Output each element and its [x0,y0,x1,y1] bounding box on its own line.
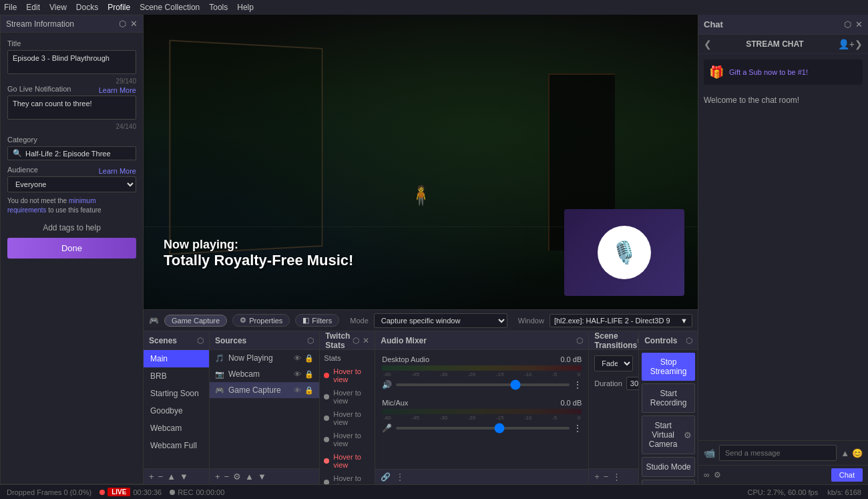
transition-select[interactable]: Fade [594,355,633,371]
menu-profile[interactable]: Profile [107,3,130,12]
chat-gear-icon[interactable]: ⚙ [714,470,721,480]
transitions-options-icon[interactable]: ⋮ [612,472,621,482]
chat-message-input[interactable] [719,445,837,461]
window-dropdown-icon[interactable]: ▼ [680,317,688,325]
stat-row-2[interactable]: Hover to view [324,407,371,429]
settings-button[interactable]: Settings [642,480,695,484]
twitch-stats-pop-out-icon[interactable]: ⬡ [353,336,359,345]
scenes-pop-out-icon[interactable]: ⬡ [197,336,204,345]
done-button[interactable]: Done [7,238,136,259]
menu-scene-collection[interactable]: Scene Collection [140,3,200,12]
mode-select[interactable]: Capture specific window [374,313,507,328]
mic-mute-icon[interactable]: 🎤 [382,424,392,433]
start-recording-button[interactable]: Start Recording [642,383,695,413]
virtual-cam-gear-icon[interactable]: ⚙ [684,430,692,440]
scenes-remove-icon[interactable]: − [158,472,164,482]
transitions-add-icon[interactable]: + [594,472,600,482]
studio-mode-button[interactable]: Studio Mode [642,457,695,477]
stop-streaming-button[interactable]: Stop Streaming [642,353,695,381]
now-playing-label: Now playing: [164,238,353,252]
chat-pop-out-icon[interactable]: ⬡ [844,19,851,29]
audio-channel-desktop: Desktop Audio 0.0 dB -60-45-30-20-15-10-… [378,353,586,392]
sources-up-icon[interactable]: ▲ [245,472,254,482]
scenes-add-icon[interactable]: + [149,472,154,482]
audio-options-icon[interactable]: ⋮ [396,472,404,482]
source-eye-icon-0[interactable]: 👁 [294,354,301,363]
filters-pill[interactable]: ◧ Filters [295,314,339,327]
source-name-game-capture: Game Capture [228,385,290,395]
menu-help[interactable]: Help [237,3,254,12]
category-input[interactable] [25,150,131,158]
title-input[interactable] [7,50,136,74]
audio-mixer-pop-out-icon[interactable]: ⬡ [576,336,583,345]
menu-file[interactable]: File [4,3,17,12]
go-live-learn-more[interactable]: Learn More [99,86,136,94]
menu-tools[interactable]: Tools [209,3,228,12]
audio-add-icon[interactable]: 🔗 [381,472,391,482]
stat-text-4: Hover to view [333,453,371,469]
menu-view[interactable]: View [49,3,67,12]
sources-settings-icon[interactable]: ⚙ [233,472,241,482]
start-virtual-camera-button[interactable]: Start Virtual Camera ⚙ [642,415,695,454]
source-lock-icon-0[interactable]: 🔒 [304,354,314,363]
stat-row-4[interactable]: Hover to view [324,450,371,472]
sources-remove-icon[interactable]: − [224,472,230,482]
stat-row-3[interactable]: Hover to view [324,429,371,450]
scene-item-starting-soon[interactable]: Starting Soon [144,385,209,402]
category-label: Category [7,136,136,144]
properties-pill[interactable]: ⚙ Properties [232,314,290,327]
desktop-volume-slider[interactable] [396,383,570,386]
scenes-up-icon[interactable]: ▲ [167,472,176,482]
sources-pop-out-icon[interactable]: ⬡ [307,336,314,345]
audience-select[interactable]: Everyone [7,176,136,192]
go-live-input[interactable] [7,96,136,120]
scene-item-main[interactable]: Main [144,350,209,367]
twitch-stats-close-icon[interactable]: ✕ [363,336,369,345]
source-row-webcam[interactable]: 📷 Webcam 👁 🔒 [210,366,319,382]
source-eye-icon-2[interactable]: 👁 [294,386,301,395]
sources-panel: Sources ⬡ 🎵 Now Playing 👁 🔒 [210,331,320,484]
transitions-remove-icon[interactable]: − [604,472,609,482]
chat-emoji-icon[interactable]: 😊 [852,448,863,458]
minimum-req-link[interactable]: minimum requirements [7,197,96,214]
sources-down-icon[interactable]: ▼ [258,472,266,482]
desktop-audio-options-icon[interactable]: ⋮ [574,380,582,389]
desktop-mute-icon[interactable]: 🔊 [382,380,392,389]
menu-edit[interactable]: Edit [26,3,40,12]
menu-docks[interactable]: Docks [76,3,98,12]
sources-add-icon[interactable]: + [215,472,220,482]
source-row-game-capture[interactable]: 🎮 Game Capture 👁 🔒 [210,382,319,398]
scene-item-goodbye[interactable]: Goodbye [144,402,209,420]
mic-aux-meter [382,409,582,414]
scene-item-brb[interactable]: BRB [144,367,209,385]
audience-learn-more[interactable]: Learn More [99,167,136,175]
scenes-down-icon[interactable]: ▼ [180,472,188,482]
source-lock-icon-1[interactable]: 🔒 [304,370,314,379]
stat-row-1[interactable]: Hover to view [324,386,371,407]
chat-next-icon[interactable]: ❯ [855,39,863,49]
controls-pop-out-icon[interactable]: ⬡ [686,336,692,345]
chat-send-button[interactable]: Chat [831,468,863,482]
source-eye-icon-1[interactable]: 👁 [294,370,301,379]
chat-prev-icon[interactable]: ❮ [704,39,712,49]
game-capture-pill[interactable]: Game Capture [164,315,227,327]
chat-settings-icon[interactable]: ∞ [704,470,710,480]
stream-info-pop-out-icon[interactable]: ⬡ [119,19,126,29]
stat-row-5[interactable]: Hover to view [324,472,371,484]
duration-input[interactable] [626,377,639,390]
stat-text-3: Hover to view [333,432,371,448]
chat-close-icon[interactable]: ✕ [855,19,863,29]
live-label: LIVE [107,488,130,496]
mic-volume-slider[interactable] [396,427,570,430]
stream-info-close-icon[interactable]: ✕ [130,19,138,29]
source-lock-icon-2[interactable]: 🔒 [304,386,314,395]
chat-add-icon[interactable]: 👤+ [838,39,855,49]
scenes-title-bar: Scenes ⬡ [144,331,209,350]
chat-upload-icon[interactable]: ▲ [841,448,849,458]
mic-audio-options-icon[interactable]: ⋮ [574,424,582,433]
scene-item-webcam[interactable]: Webcam [144,420,209,437]
controls-title-bar: Controls ⬡ [639,331,698,350]
stat-row-0[interactable]: Hover to view [324,365,371,386]
scene-item-webcam-full[interactable]: Webcam Full [144,437,209,454]
source-row-now-playing[interactable]: 🎵 Now Playing 👁 🔒 [210,350,319,366]
